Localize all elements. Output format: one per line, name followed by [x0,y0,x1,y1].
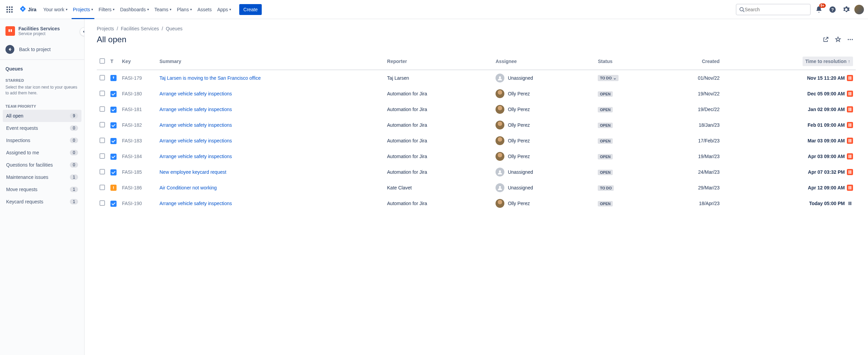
app-switcher-icon[interactable] [4,4,15,15]
task-icon [110,138,117,144]
breadcrumb-queues[interactable]: Queues [166,26,182,31]
issue-key[interactable]: FASI-184 [119,149,157,164]
table-row: FASI-184Arrange vehicle safety inspectio… [97,149,856,164]
issue-key[interactable]: FASI-190 [119,196,157,211]
issue-key[interactable]: FASI-185 [119,164,157,180]
settings-icon[interactable] [841,4,852,15]
status-badge[interactable]: OPEN [598,154,612,159]
issue-key[interactable]: FASI-180 [119,86,157,102]
assignee-avatar [496,152,504,161]
search-box[interactable] [736,4,811,15]
breadcrumb-projects[interactable]: Projects [97,26,114,31]
status-badge[interactable]: OPEN [598,170,612,175]
jira-logo[interactable]: Jira [16,6,39,13]
status-badge[interactable]: OPEN [598,91,612,97]
row-checkbox[interactable] [100,138,105,143]
main-content: Projects / Facilities Services / Queues … [85,19,868,355]
row-checkbox[interactable] [100,185,105,190]
issue-key[interactable]: FASI-183 [119,133,157,149]
nav-item-assets[interactable]: Assets [195,4,214,15]
help-icon[interactable]: ? [827,4,838,15]
nav-item-plans[interactable]: Plans▾ [174,4,195,15]
issue-summary-link[interactable]: Arrange vehicle safety inspections [159,138,232,143]
queue-item-event-requests[interactable]: Event requests0 [3,122,81,134]
row-checkbox[interactable] [100,91,105,96]
nav-item-apps[interactable]: Apps▾ [214,4,234,15]
row-checkbox[interactable] [100,169,105,174]
issue-key[interactable]: FASI-182 [119,117,157,133]
notifications-icon[interactable]: 9+ [813,4,824,15]
queue-label: Inspections [6,138,30,143]
nav-item-dashboards[interactable]: Dashboards▾ [117,4,152,15]
col-type[interactable]: T [108,53,119,70]
queue-item-keycard-requests[interactable]: Keycard requests1 [3,196,81,208]
status-badge[interactable]: OPEN [598,123,612,128]
queue-item-all-open[interactable]: All open9 [3,110,81,122]
status-badge[interactable]: OPEN [598,107,612,112]
col-key[interactable]: Key [119,53,157,70]
open-external-icon[interactable] [820,34,831,45]
svg-rect-4 [9,9,10,10]
svg-rect-19 [113,188,114,189]
breadcrumb-facilities[interactable]: Facilities Services [121,26,159,31]
col-created[interactable]: Created [657,53,722,70]
issue-summary-link[interactable]: Air Conditioner not working [159,185,217,190]
more-actions-icon[interactable] [845,34,856,45]
project-type: Service project [18,31,60,36]
sla-breached-icon [847,185,853,191]
status-badge[interactable]: TO DO [598,185,614,191]
star-icon[interactable] [833,34,843,45]
select-all-checkbox[interactable] [100,58,105,64]
sla-time: Jan 02 09:00 AM [808,107,845,112]
back-to-project-link[interactable]: Back to project [3,42,81,57]
issue-key[interactable]: FASI-179 [119,70,157,86]
issue-summary-link[interactable]: Arrange vehicle safety inspections [159,201,232,206]
queue-item-inspections[interactable]: Inspections0 [3,134,81,146]
task-icon [110,107,117,113]
col-summary[interactable]: Summary [157,53,384,70]
created-date: 19/Mar/23 [657,149,722,164]
sla-time: Apr 03 09:00 AM [808,154,845,159]
project-icon [5,26,15,36]
status-badge[interactable]: OPEN [598,138,612,144]
col-reporter[interactable]: Reporter [384,53,493,70]
search-input[interactable] [745,7,807,12]
nav-item-your-work[interactable]: Your work▾ [41,4,70,15]
svg-point-13 [848,39,849,40]
nav-item-projects[interactable]: Projects▾ [70,4,96,15]
nav-item-teams[interactable]: Teams▾ [152,4,174,15]
issue-summary-link[interactable]: New employee keycard request [159,169,226,175]
issue-summary-link[interactable]: Arrange vehicle safety inspections [159,154,232,159]
issue-key[interactable]: FASI-181 [119,102,157,117]
queue-item-move-requests[interactable]: Move requests1 [3,183,81,196]
issue-key[interactable]: FASI-186 [119,180,157,196]
assignee-name: Unassigned [508,75,533,81]
queue-list: All open9Event requests0Inspections0Assi… [3,110,81,208]
issue-summary-link[interactable]: Arrange vehicle safety inspections [159,91,232,96]
queue-item-assigned-to-me[interactable]: Assigned to me0 [3,146,81,159]
issue-summary-link[interactable]: Arrange vehicle safety inspections [159,107,232,112]
nav-item-filters[interactable]: Filters▾ [96,4,117,15]
top-nav-left: Jira Your work▾Projects▾Filters▾Dashboar… [4,0,262,19]
queue-item-questions-for-facilities[interactable]: Questions for facilities0 [3,159,81,171]
col-assignee[interactable]: Assignee [493,53,595,70]
issue-summary-link[interactable]: Arrange vehicle safety inspections [159,122,232,128]
queue-label: Event requests [6,125,38,131]
assignee-avatar [496,136,504,145]
queue-item-maintenance-issues[interactable]: Maintenance issues1 [3,171,81,183]
issue-summary-link[interactable]: Taj Larsen is moving to the San Francisc… [159,75,261,81]
user-avatar[interactable] [854,5,864,14]
row-checkbox[interactable] [100,106,105,112]
row-checkbox[interactable] [100,75,105,80]
status-badge[interactable]: TO DO⌄ [598,75,619,81]
status-badge[interactable]: OPEN [598,201,612,206]
reporter-cell: Automation for Jira [384,196,493,211]
row-checkbox[interactable] [100,153,105,159]
col-status[interactable]: Status [595,53,657,70]
row-checkbox[interactable] [100,200,105,206]
sla-time: Dec 05 09:00 AM [807,91,845,96]
create-button[interactable]: Create [239,4,262,15]
assignee-avatar [496,199,504,208]
row-checkbox[interactable] [100,122,105,127]
col-resolution[interactable]: Time to resolution ↑ [722,53,856,70]
